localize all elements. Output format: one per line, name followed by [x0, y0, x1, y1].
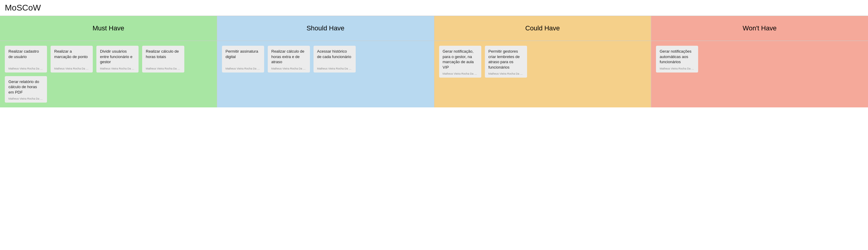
card-author: Matheus Vieira Rocha Da Silva	[489, 72, 523, 75]
card[interactable]: Permitir assinatura digitalMatheus Vieir…	[222, 46, 264, 72]
card-author: Matheus Vieira Rocha Da Silva	[225, 67, 260, 70]
column-should: Should HavePermitir assinatura digitalMa…	[217, 16, 434, 107]
column-body-should: Permitir assinatura digitalMatheus Vieir…	[217, 41, 434, 107]
card[interactable]: Gerar relatório do cálculo de horas em P…	[5, 76, 47, 103]
column-wont: Won't HaveGerar notificações automáticas…	[651, 16, 868, 107]
board: Must HaveRealizar cadastro de usuárioMat…	[0, 15, 868, 107]
column-body-wont: Gerar notificações automáticas aos funci…	[651, 41, 868, 107]
card-author: Matheus Vieira Rocha Da Silva	[54, 67, 89, 70]
card-text: Gerar notificação, para o gestor, na mar…	[443, 49, 478, 70]
card-text: Realizar cadastro de usuário	[8, 49, 43, 59]
card[interactable]: Gerar notificações automáticas aos funci…	[656, 46, 698, 72]
column-header-should: Should Have	[217, 16, 434, 41]
card[interactable]: Permitir gestores criar lembretes de atr…	[485, 46, 527, 78]
card-text: Permitir gestores criar lembretes de atr…	[489, 49, 523, 70]
column-body-could: Gerar notificação, para o gestor, na mar…	[434, 41, 651, 107]
card-text: Gerar relatório do cálculo de horas em P…	[8, 79, 43, 95]
card-text: Acessar histórico de cada funcionário	[317, 49, 352, 59]
card[interactable]: Realizar a marcação de pontoMatheus Viei…	[51, 46, 93, 72]
column-body-must: Realizar cadastro de usuárioMatheus Viei…	[0, 41, 217, 107]
card-author: Matheus Vieira Rocha Da Silva	[146, 67, 181, 70]
card[interactable]: Realizar cálculo de horas totaisMatheus …	[142, 46, 184, 72]
card-text: Realizar cálculo de horas totais	[146, 49, 181, 59]
card-text: Gerar notificações automáticas aos funci…	[659, 49, 694, 65]
card-text: Dividir usuários entre funcionário e ges…	[100, 49, 135, 65]
card-author: Matheus Vieira Rocha Da Silva	[100, 67, 135, 70]
card[interactable]: Acessar histórico de cada funcionárioMat…	[313, 46, 356, 72]
column-header-could: Could Have	[434, 16, 651, 41]
column-header-wont: Won't Have	[651, 16, 868, 41]
card[interactable]: Gerar notificação, para o gestor, na mar…	[439, 46, 481, 78]
card[interactable]: Realizar cálculo de horas extra e de atr…	[268, 46, 310, 72]
card-author: Matheus Vieira Rocha Da Silva	[317, 67, 352, 70]
card-text: Permitir assinatura digital	[225, 49, 260, 59]
card-author: Matheus Vieira Rocha Da Silva	[659, 67, 694, 70]
card-text: Realizar a marcação de ponto	[54, 49, 89, 59]
page-title: MoSCoW	[0, 0, 868, 15]
column-must: Must HaveRealizar cadastro de usuárioMat…	[0, 16, 217, 107]
card[interactable]: Realizar cadastro de usuárioMatheus Viei…	[5, 46, 47, 72]
column-header-must: Must Have	[0, 16, 217, 41]
card-author: Matheus Vieira Rocha Da Silva	[8, 97, 43, 100]
card-author: Matheus Vieira Rocha Da Silva	[271, 67, 306, 70]
card-author: Matheus Vieira Rocha Da Silva	[8, 67, 43, 70]
card[interactable]: Dividir usuários entre funcionário e ges…	[96, 46, 138, 72]
card-text: Realizar cálculo de horas extra e de atr…	[271, 49, 306, 65]
card-author: Matheus Vieira Rocha Da Silva	[443, 72, 478, 75]
column-could: Could HaveGerar notificação, para o gest…	[434, 16, 651, 107]
